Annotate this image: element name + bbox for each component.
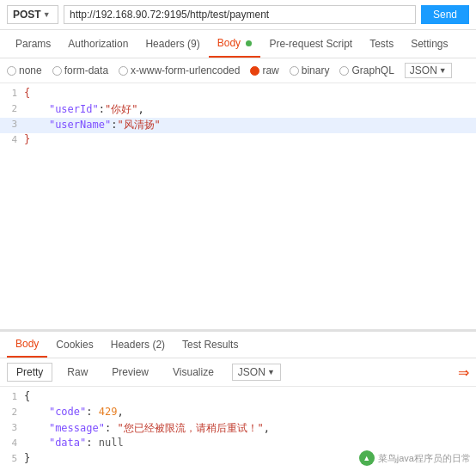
resp-json-chevron-icon: ▼ (267, 368, 275, 376)
req-line-4: 4 } (0, 133, 476, 149)
body-type-urlencoded-label: x-www-form-urlencoded (131, 64, 240, 76)
fmt-visualize[interactable]: Visualize (163, 363, 223, 382)
resp-tab-headers[interactable]: Headers (2) (102, 333, 174, 357)
json-format-label: JSON (410, 64, 437, 76)
resp-line-1: 1 { (0, 390, 476, 406)
body-type-graphql[interactable]: GraphQL (339, 64, 394, 76)
radio-urlencoded (119, 66, 128, 76)
body-type-binary-label: binary (302, 64, 330, 76)
resp-tab-cookies[interactable]: Cookies (47, 333, 101, 357)
tab-body[interactable]: Body (209, 30, 261, 58)
radio-raw (250, 66, 259, 76)
tab-pre-request[interactable]: Pre-request Script (260, 31, 361, 57)
body-type-formdata[interactable]: form-data (52, 64, 108, 76)
body-type-none[interactable]: none (7, 64, 42, 76)
body-type-raw[interactable]: raw (250, 64, 278, 76)
tab-authorization[interactable]: Authorization (59, 31, 137, 57)
body-type-binary[interactable]: binary (290, 64, 330, 76)
body-dot (246, 40, 252, 46)
watermark: ▲ 菜鸟java程序员的日常 (359, 450, 471, 466)
method-select[interactable]: POST ▼ (7, 5, 58, 24)
body-type-bar: none form-data x-www-form-urlencoded raw… (0, 58, 476, 83)
json-chevron-icon: ▼ (439, 66, 447, 75)
fmt-preview[interactable]: Preview (102, 363, 158, 382)
watermark-text: 菜鸟java程序员的日常 (378, 452, 471, 465)
resp-line-3: 3 "message": "您已经被限流，请稍后重试！", (0, 421, 476, 437)
resp-json-label: JSON (238, 366, 265, 378)
response-tab-bar: Body Cookies Headers (2) Test Results (0, 332, 476, 358)
format-bar: Pretty Raw Preview Visualize JSON ▼ ⇒ (0, 358, 476, 387)
body-type-raw-label: raw (262, 64, 278, 76)
resp-tab-body[interactable]: Body (7, 332, 47, 358)
body-type-formdata-label: form-data (64, 64, 108, 76)
radio-formdata (52, 66, 62, 76)
tab-params[interactable]: Params (7, 31, 59, 57)
req-line-1: 1 { (0, 87, 476, 102)
save-response-icon[interactable]: ⇒ (458, 364, 469, 381)
send-button[interactable]: Send (421, 5, 469, 24)
fmt-raw[interactable]: Raw (58, 363, 97, 382)
req-line-2: 2 "userId":"你好", (0, 102, 476, 118)
resp-json-dropdown[interactable]: JSON ▼ (232, 364, 281, 381)
resp-tab-test-results[interactable]: Test Results (174, 333, 247, 357)
body-type-none-label: none (19, 64, 42, 76)
req-line-3: 3 "userName":"风清扬" (0, 118, 476, 133)
tab-headers[interactable]: Headers (9) (137, 31, 208, 57)
radio-graphql (339, 66, 349, 76)
body-type-urlencoded[interactable]: x-www-form-urlencoded (119, 64, 240, 76)
watermark-icon: ▲ (359, 450, 375, 466)
tab-tests[interactable]: Tests (361, 31, 402, 57)
method-chevron-icon: ▼ (43, 10, 51, 19)
url-bar: POST ▼ Send (0, 0, 476, 30)
method-label: POST (13, 9, 41, 21)
radio-none (7, 66, 16, 76)
json-format-dropdown[interactable]: JSON ▼ (405, 63, 452, 78)
url-input[interactable] (64, 5, 416, 24)
radio-binary (290, 66, 299, 76)
request-code-editor[interactable]: 1 { 2 "userId":"你好", 3 "userName":"风清扬" … (0, 83, 476, 330)
body-type-graphql-label: GraphQL (351, 64, 394, 76)
request-tab-bar: Params Authorization Headers (9) Body Pr… (0, 30, 476, 58)
fmt-pretty[interactable]: Pretty (7, 363, 52, 382)
tab-settings[interactable]: Settings (402, 31, 456, 57)
resp-line-2: 2 "code": 429, (0, 406, 476, 421)
